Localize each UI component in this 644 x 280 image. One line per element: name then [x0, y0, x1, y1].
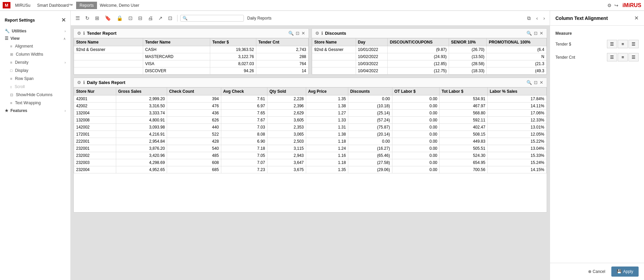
daily-sales-table: Store NurGross SalesCheck CountAvg Check… [74, 87, 547, 173]
tender-cnt-align-center[interactable]: ≡ [618, 53, 628, 61]
tender-col-store: Store Name [74, 38, 143, 46]
settings-icon[interactable]: ⚙ [607, 3, 612, 8]
search-input[interactable] [188, 16, 242, 21]
daily-expand-icon[interactable]: ⊡ [534, 80, 538, 85]
measure-label: Measure [555, 31, 639, 36]
logout-icon[interactable]: ↪ [614, 3, 618, 8]
sidebar-section-view[interactable]: ☰ View ∧ [0, 35, 70, 42]
toolbar-search-box[interactable]: 🔍 [180, 15, 244, 22]
daily-sales-header: ⚙ ℹ Daily Sales Report 🔍 ⊡ ✕ [74, 78, 547, 87]
app-logo: M [3, 2, 10, 8]
right-panel-title: Column Text Alignment [555, 16, 608, 21]
tender-expand-icon[interactable]: ⊡ [296, 31, 299, 36]
toolbar-share-btn[interactable]: ↗ [156, 14, 165, 23]
features-chevron: › [65, 109, 66, 113]
sidebar-title: Report Settings ✕ [0, 14, 70, 27]
toolbar-refresh-btn[interactable]: ↻ [83, 14, 92, 23]
tender-cnt-alignment-buttons: ☰ ≡ ☰ [607, 53, 639, 61]
toolbar-expand-btn[interactable]: ⊡ [166, 14, 174, 23]
view-chevron: ∧ [63, 37, 66, 40]
tender-table-wrap: Store Name Tender Name Tender $ Tender C… [74, 38, 309, 75]
table-row: 92nd & Gessner10/01/2022(9.87)(26.70)(6.… [312, 46, 547, 53]
tender-info-icon[interactable]: ℹ [83, 31, 85, 36]
apply-button[interactable]: 💾 Apply [611, 267, 639, 277]
tender-col-name: Tender Name [143, 38, 210, 46]
toolbar: ☰ ↻ ⊞ 🔖 🔒 ⊡ ⊟ 🖨 ↗ ⊡ 🔍 Daily Reports ⧉ ‹ … [71, 11, 550, 26]
tender-dollar-align-right[interactable]: ☰ [629, 40, 639, 48]
toolbar-print-btn[interactable]: 🖨 [146, 14, 155, 22]
sidebar-item-text-wrapping[interactable]: ≡ Text Wrapping [0, 99, 70, 107]
sidebar-item-display[interactable]: □ Display [0, 66, 70, 75]
toolbar-grid-btn[interactable]: ⊞ [93, 14, 101, 23]
toolbar-copy-btn[interactable]: ⧉ [525, 14, 533, 23]
tender-report-title: Tender Report [87, 31, 286, 36]
discounts-table-wrap: Store Name Day DISCOUNT/COUPONS SENIOR 1… [312, 38, 547, 75]
cancel-button[interactable]: ⊗ Cancel [585, 267, 609, 276]
table-row: 420023,316.504766.972,3961.38(10.18)0.00… [74, 103, 547, 110]
discounts-table: Store Name Day DISCOUNT/COUPONS SENIOR 1… [312, 38, 547, 75]
disc-col-store: Store Name [312, 38, 356, 46]
sidebar-item-scroll[interactable]: ↕ Scroll [0, 83, 70, 91]
sidebar-close-button[interactable]: ✕ [61, 17, 66, 23]
daily-close-icon[interactable]: ✕ [540, 80, 543, 85]
tender-report-header: ⚙ ℹ Tender Report 🔍 ⊡ ✕ [74, 29, 309, 38]
row-span-icon: ≡ [10, 77, 12, 81]
mirusu-logo: iMiRUS [622, 2, 641, 8]
toolbar-next-btn[interactable]: › [541, 14, 547, 22]
features-label: ★ Features [5, 108, 27, 113]
tab-reports[interactable]: Reports [76, 2, 97, 9]
right-panel-header: Column Text Alignment ✕ [550, 11, 644, 26]
sidebar-item-row-span[interactable]: ≡ Row Span [0, 75, 70, 83]
alignment-icon: ≡ [10, 44, 12, 48]
save-icon: 💾 [617, 269, 622, 274]
toolbar-menu-btn[interactable]: ☰ [73, 14, 82, 23]
sidebar-item-column-widths[interactable]: ⊞ Column Widths [0, 50, 70, 58]
toolbar-filter-btn[interactable]: ⊡ [126, 14, 135, 23]
tender-dollar-align-center[interactable]: ≡ [618, 40, 628, 48]
sidebar-item-density[interactable]: ≡ Density › [0, 58, 70, 66]
alignment-row-tender-dollar: Tender $ ☰ ≡ ☰ [555, 40, 639, 48]
table-row: 92nd & GessnerCASH19,363.522,743 [74, 46, 309, 53]
right-panel-footer: ⊗ Cancel 💾 Apply [550, 263, 644, 280]
sidebar-item-alignment[interactable]: ≡ Alignment [0, 42, 70, 50]
daily-info-icon[interactable]: ℹ [83, 80, 85, 85]
column-widths-icon: ⊞ [10, 52, 13, 57]
tab-mirusu[interactable]: MIRUSu [12, 2, 34, 9]
table-row: 2320023,420.964857.052,9431.16(65.46)0.0… [74, 152, 547, 159]
daily-gear-icon[interactable]: ⚙ [77, 80, 81, 85]
table-row: MASTERCARD3,122.76288 [74, 53, 309, 60]
sidebar-item-show-hide-columns[interactable]: ⊡ Show/Hide Columns [0, 91, 70, 99]
alignment-row-tender-cnt: Tender Cnt ☰ ≡ ☰ [555, 53, 639, 61]
table-row: 10/02/2022(24.93)(13.50)N [312, 53, 547, 60]
tender-search-icon[interactable]: 🔍 [288, 31, 294, 36]
daily-search-icon[interactable]: 🔍 [526, 80, 532, 85]
disc-col-senior: SENIOR 10% [449, 38, 486, 46]
tab-smart-dashboard[interactable]: Smart Dashboard™ [34, 2, 76, 9]
toolbar-lock-btn[interactable]: 🔒 [115, 14, 125, 23]
table-row: 1720014,216.915228.083,0651.38(20.14)0.0… [74, 131, 547, 138]
tender-cnt-align-right[interactable]: ☰ [629, 53, 639, 61]
discounts-expand-icon[interactable]: ⊡ [534, 31, 538, 36]
column-text-alignment-panel: Column Text Alignment ✕ Measure Tender $… [550, 11, 644, 280]
tender-dollar-align-left[interactable]: ☰ [607, 40, 617, 48]
toolbar-bookmark-btn[interactable]: 🔖 [103, 14, 113, 23]
tender-gear-icon[interactable]: ⚙ [77, 31, 81, 36]
disc-col-discount: DISCOUNT/COUPONS [388, 38, 449, 46]
toolbar-filter-clear-btn[interactable]: ⊟ [136, 14, 144, 23]
sidebar-section-features[interactable]: ★ Features › [0, 107, 70, 114]
discounts-gear-icon[interactable]: ⚙ [315, 31, 319, 36]
toolbar-prev-btn[interactable]: ‹ [534, 14, 540, 22]
scroll-icon: ↕ [10, 85, 12, 89]
tender-close-icon[interactable]: ✕ [301, 31, 305, 36]
tender-cnt-align-left[interactable]: ☰ [607, 53, 617, 61]
discounts-info-icon[interactable]: ℹ [321, 31, 323, 36]
welcome-message: Welcome, Demo User [100, 3, 139, 8]
apply-label: Apply [623, 269, 633, 274]
display-icon: □ [10, 68, 12, 73]
right-panel-close-button[interactable]: ✕ [634, 15, 639, 21]
cancel-icon: ⊗ [588, 269, 591, 274]
sidebar-section-utilities[interactable]: 🔧 Utilities › [0, 27, 70, 35]
discounts-search-icon[interactable]: 🔍 [526, 31, 532, 36]
table-row: 10/03/2022(12.85)(28.58)(21.3 [312, 60, 547, 67]
discounts-close-icon[interactable]: ✕ [540, 31, 543, 36]
